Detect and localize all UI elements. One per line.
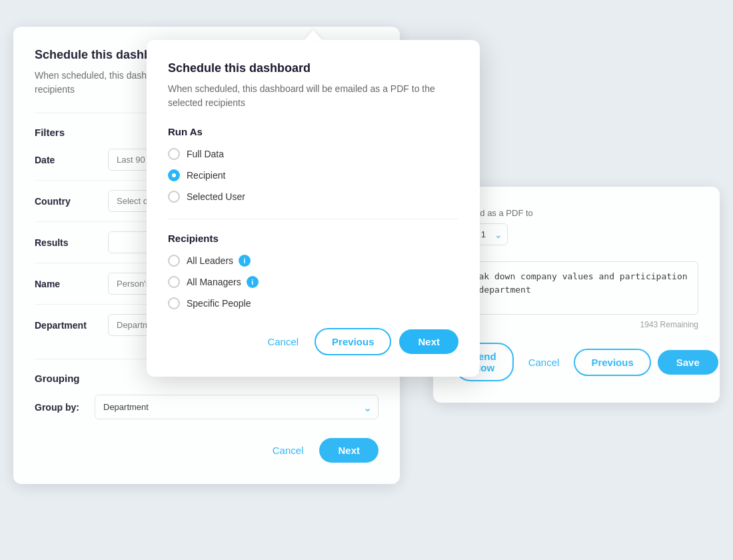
- radio-all-managers[interactable]: All Managers i: [168, 276, 458, 288]
- radio-all-leaders[interactable]: All Leaders i: [168, 255, 458, 267]
- info-icon-all-managers[interactable]: i: [247, 276, 259, 288]
- back-right-subtitle: emailed as a PDF to: [454, 208, 698, 218]
- group-by-label: Group by:: [35, 402, 95, 413]
- modal-container: Schedule this dashboard When scheduled, …: [13, 13, 720, 547]
- run-as-section: Run As Full Data Recipient Selected User: [168, 126, 458, 203]
- divider-front: [168, 219, 458, 219]
- filter-label-country: Country: [35, 196, 108, 207]
- back-left-cancel-button[interactable]: Cancel: [265, 439, 312, 461]
- radio-circle-recipient: [168, 169, 180, 181]
- front-subtitle: When scheduled, this dashboard will be e…: [168, 82, 458, 110]
- radio-label-specific-people: Specific People: [187, 298, 251, 309]
- recipients-section: Recipients All Leaders i All Managers i …: [168, 233, 458, 309]
- radio-circle-all-managers: [168, 276, 180, 288]
- filter-label-name: Name: [35, 279, 108, 289]
- back-right-previous-button[interactable]: Previous: [574, 349, 650, 376]
- char-count: 1943 Remaining: [454, 320, 698, 329]
- group-by-select[interactable]: Department: [95, 395, 378, 419]
- back-right-cancel-button[interactable]: Cancel: [520, 351, 568, 373]
- info-icon-all-leaders[interactable]: i: [239, 255, 251, 267]
- radio-specific-people[interactable]: Specific People: [168, 297, 458, 309]
- triangle-connector: [304, 30, 323, 41]
- group-by-select-wrapper: Department ⌄: [95, 395, 378, 419]
- recipients-label: Recipients: [168, 233, 458, 244]
- run-as-label: Run As: [168, 126, 458, 137]
- filter-label-date: Date: [35, 155, 108, 165]
- radio-circle-full-data: [168, 148, 180, 160]
- filter-label-results: Results: [35, 237, 108, 248]
- back-right-btn-row: Send Now Cancel Previous Save: [454, 343, 698, 381]
- radio-full-data[interactable]: Full Data: [168, 148, 458, 160]
- radio-selected-user[interactable]: Selected User: [168, 191, 458, 203]
- radio-label-selected-user: Selected User: [187, 191, 245, 202]
- front-previous-button[interactable]: Previous: [315, 328, 391, 355]
- save-button[interactable]: Save: [658, 350, 718, 375]
- day-row: Day 1 ⌄: [454, 223, 698, 245]
- radio-label-all-managers: All Managers: [187, 277, 241, 287]
- message-textarea[interactable]: Break down company values and participat…: [454, 261, 698, 315]
- radio-circle-all-leaders: [168, 255, 180, 267]
- front-next-button[interactable]: Next: [399, 329, 458, 354]
- front-cancel-button[interactable]: Cancel: [259, 331, 307, 353]
- back-left-btn-row: Cancel Next: [35, 438, 378, 463]
- grouping-section: Grouping Group by: Department ⌄: [35, 373, 378, 419]
- grouping-row: Group by: Department ⌄: [35, 395, 378, 419]
- radio-circle-selected-user: [168, 191, 180, 203]
- radio-label-recipient: Recipient: [187, 170, 225, 181]
- back-left-next-button[interactable]: Next: [319, 438, 378, 463]
- filter-label-department: Department: [35, 320, 108, 331]
- card-front: Schedule this dashboard When scheduled, …: [147, 40, 480, 377]
- front-title: Schedule this dashboard: [168, 61, 458, 75]
- radio-label-full-data: Full Data: [187, 149, 224, 159]
- radio-recipient[interactable]: Recipient: [168, 169, 458, 181]
- radio-label-all-leaders: All Leaders: [187, 255, 233, 266]
- front-btn-row: Cancel Previous Next: [168, 328, 458, 355]
- radio-circle-specific-people: [168, 297, 180, 309]
